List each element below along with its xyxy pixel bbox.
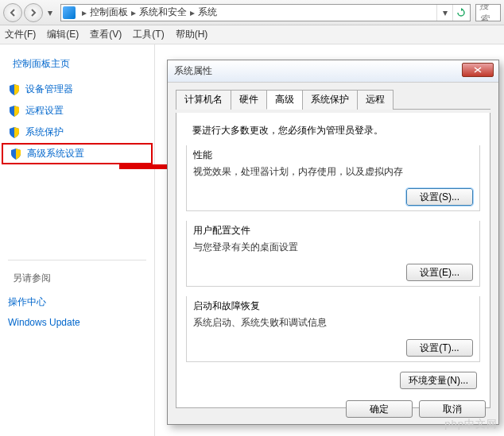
- sidebar-heading[interactable]: 控制面板主页: [0, 54, 154, 79]
- close-button[interactable]: [462, 63, 494, 77]
- back-button[interactable]: [3, 3, 22, 22]
- menu-view[interactable]: 查看(V): [90, 28, 122, 41]
- dialog-footer: 确定 取消: [346, 400, 486, 418]
- tab-strip: 计算机名 硬件 高级 系统保护 远程: [176, 89, 490, 110]
- ok-button[interactable]: 确定: [346, 400, 413, 418]
- chevron-right-icon[interactable]: ▸: [190, 7, 195, 18]
- group-startup-recovery: 启动和故障恢复 系统启动、系统失败和调试信息 设置(T)...: [186, 296, 480, 362]
- forward-button[interactable]: [24, 3, 43, 22]
- menu-bar: 文件(F) 编辑(E) 查看(V) 工具(T) 帮助(H): [0, 25, 504, 44]
- sidebar-item-protection[interactable]: 系统保护: [0, 122, 154, 143]
- sidebar-item-advanced[interactable]: 高级系统设置: [2, 143, 153, 164]
- tab-protection[interactable]: 系统保护: [302, 90, 358, 110]
- search-input[interactable]: 搜索: [475, 4, 501, 21]
- group-title: 性能: [193, 149, 473, 162]
- shield-icon: [10, 148, 22, 160]
- sidebar-item-remote[interactable]: 远程设置: [0, 100, 154, 122]
- group-desc: 与您登录有关的桌面设置: [193, 241, 473, 254]
- tab-advanced[interactable]: 高级: [266, 90, 303, 110]
- sidebar-item-device-manager[interactable]: 设备管理器: [0, 79, 154, 100]
- sidebar-item-label: 操作中心: [8, 295, 46, 309]
- search-placeholder: 搜索: [479, 4, 497, 21]
- group-desc: 系统启动、系统失败和调试信息: [193, 316, 473, 330]
- menu-tools[interactable]: 工具(T): [133, 28, 164, 41]
- tab-hardware[interactable]: 硬件: [231, 90, 267, 110]
- dialog-titlebar[interactable]: 系统属性: [168, 60, 498, 83]
- profile-settings-button[interactable]: 设置(E)...: [406, 264, 473, 281]
- menu-edit[interactable]: 编辑(E): [47, 28, 79, 41]
- sidebar-item-action-center[interactable]: 操作中心: [0, 291, 154, 313]
- group-title: 用户配置文件: [193, 224, 473, 237]
- menu-help[interactable]: 帮助(H): [176, 28, 208, 41]
- startup-settings-button[interactable]: 设置(T)...: [406, 339, 473, 357]
- system-icon: [63, 6, 76, 19]
- dialog-title: 系统属性: [174, 64, 212, 78]
- crumb-item[interactable]: 控制面板: [90, 6, 128, 19]
- chevron-right-icon[interactable]: ▸: [131, 7, 136, 18]
- group-desc: 视觉效果，处理器计划，内存使用，以及虚拟内存: [193, 165, 473, 179]
- sidebar-item-label: Windows Update: [8, 317, 80, 328]
- address-bar: ▾ ▸ 控制面板 ▸ 系统和安全 ▸ 系统 ▾ 搜索: [0, 0, 504, 25]
- sidebar-item-label: 高级系统设置: [27, 147, 84, 160]
- refresh-icon[interactable]: [452, 5, 468, 21]
- breadcrumb[interactable]: ▸ 控制面板 ▸ 系统和安全 ▸ 系统 ▾: [60, 4, 471, 21]
- menu-file[interactable]: 文件(F): [5, 28, 36, 41]
- shield-icon: [8, 126, 21, 139]
- performance-settings-button[interactable]: 设置(S)...: [406, 188, 473, 206]
- history-dropdown[interactable]: ▾: [45, 3, 56, 22]
- divider: [8, 260, 146, 260]
- cancel-button[interactable]: 取消: [419, 400, 486, 418]
- shield-icon: [8, 83, 21, 96]
- group-user-profiles: 用户配置文件 与您登录有关的桌面设置 设置(E)...: [186, 221, 480, 287]
- sidebar-item-windows-update[interactable]: Windows Update: [0, 313, 154, 332]
- sidebar-item-label: 设备管理器: [25, 83, 73, 96]
- system-properties-dialog: 系统属性 计算机名 硬件 高级 系统保护 远程 要进行大多数更改，您必须作为管理…: [167, 60, 499, 425]
- dropdown-icon[interactable]: ▾: [436, 5, 452, 21]
- group-performance: 性能 视觉效果，处理器计划，内存使用，以及虚拟内存 设置(S)...: [186, 145, 480, 211]
- crumb-item[interactable]: 系统和安全: [139, 6, 187, 19]
- close-icon: [474, 67, 482, 73]
- see-also-heading: 另请参阅: [0, 268, 154, 291]
- shield-icon: [8, 105, 21, 118]
- environment-variables-button[interactable]: 环境变量(N)...: [400, 372, 477, 389]
- chevron-right-icon[interactable]: ▸: [82, 7, 87, 18]
- tab-remote[interactable]: 远程: [357, 90, 394, 110]
- sidebar-item-label: 远程设置: [25, 104, 64, 118]
- sidebar-item-label: 系统保护: [25, 125, 64, 139]
- group-title: 启动和故障恢复: [193, 299, 473, 313]
- admin-note: 要进行大多数更改，您必须作为管理员登录。: [192, 124, 480, 137]
- sidebar: 控制面板主页 设备管理器 远程设置 系统保护 高级系统设置 另请参阅 操作中心 …: [0, 44, 155, 436]
- tab-computer-name[interactable]: 计算机名: [176, 90, 231, 110]
- tab-panel-advanced: 要进行大多数更改，您必须作为管理员登录。 性能 视觉效果，处理器计划，内存使用，…: [176, 113, 490, 408]
- crumb-item[interactable]: 系统: [198, 6, 217, 19]
